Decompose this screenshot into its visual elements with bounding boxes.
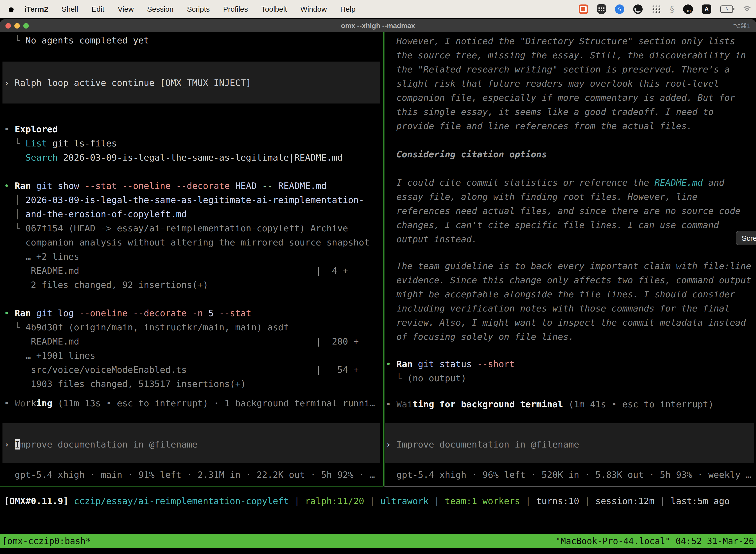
terminal-text-segment: I — [15, 439, 20, 449]
menu-item-session[interactable]: Session — [147, 5, 174, 13]
terminal-text-segment: • — [4, 124, 15, 134]
terminal-line: gpt-5.4 xhigh · main · 91% left · 2.31M … — [4, 467, 375, 482]
terminal-line: • Explored — [4, 122, 58, 136]
terminal-line: › Ralph loop active continue [OMX_TMUX_I… — [4, 76, 251, 90]
terminal-line: changes, I can't cite specific file line… — [386, 218, 719, 232]
terminal-text-segment: gpt-5.4 xhigh · main · 91% left · 2.31M … — [4, 469, 375, 480]
terminal-text-segment — [52, 398, 58, 408]
terminal-text-segment — [230, 181, 235, 191]
terminal-text-segment: mprove documentation in @filename — [20, 439, 197, 449]
dots-grid-menu-icon[interactable] — [651, 4, 661, 14]
pie-menu-icon[interactable] — [633, 4, 643, 14]
terminal-line: • Working (11m 13s • esc to interrupt) ·… — [4, 396, 375, 410]
terminal-text-segment: Wo — [15, 398, 25, 408]
terminal-text-segment: › — [4, 78, 15, 88]
terminal-line: … +2 lines — [4, 250, 79, 264]
menu-item-shell[interactable]: Shell — [62, 5, 78, 13]
terminal-text-segment: src/voice/voiceModeEnabled.ts | 54 + — [4, 365, 359, 375]
terminal-text-segment — [31, 308, 36, 318]
terminal-text-segment: show — [58, 181, 79, 191]
terminal-text-segment: git — [418, 359, 434, 369]
terminal-text-segment: └ — [4, 223, 25, 233]
terminal-line: the source tree, missing the essay. Stil… — [386, 48, 746, 62]
menu-item-edit[interactable]: Edit — [91, 5, 105, 13]
menu-item-iterm2[interactable]: iTerm2 — [24, 5, 48, 13]
terminal-text-segment: changes, I can't cite specific file line… — [386, 220, 719, 230]
terminal-line: this single essay, it seems like a good … — [386, 105, 713, 119]
terminal-text-segment: git ls-files — [47, 138, 117, 149]
window-hotkey-badge: ⌥⌘1 — [733, 19, 751, 32]
menu-item-window[interactable]: Window — [300, 5, 327, 13]
terminal-text-segment: │ — [4, 209, 25, 219]
battery-icon[interactable]: ϟ — [720, 5, 733, 13]
terminal-text-segment: turns:10 — [536, 496, 579, 506]
shield-grid-menu-icon[interactable] — [597, 4, 606, 14]
terminal-text-segment — [128, 308, 133, 318]
menu-items: ShellEditViewSessionScriptsProfilesToolb… — [62, 5, 356, 13]
tmux-session-label: [omx-cczip0:bash* — [2, 534, 91, 548]
menu-item-scripts[interactable]: Scripts — [187, 5, 210, 13]
terminal-text-segment: companion analysis without altering the … — [4, 237, 370, 247]
terminal-line: companion file, especially if more comme… — [386, 91, 735, 105]
terminal-line: [OMX#0.11.9] cczip/essay/ai-reimplementa… — [4, 494, 730, 508]
terminal-text-segment: (no output) — [407, 373, 466, 383]
terminal-text-segment: (1m 41s • esc to interrupt) — [568, 399, 713, 409]
terminal-text-segment: output instead. — [386, 234, 477, 244]
tmux-host-clock-label: "MacBook-Pro-44.local" 04:52 31-Mar-26 — [555, 534, 754, 548]
counter-badge-menu-icon[interactable]: ..61 — [683, 4, 693, 14]
terminal-text-segment: • — [386, 359, 396, 369]
terminal-text-segment: | — [579, 496, 595, 506]
terminal-text-segment: Considering citation options — [386, 149, 547, 159]
terminal-text-segment: evidence. Since this change only affects… — [386, 275, 751, 285]
terminal-text-segment: › — [4, 439, 15, 449]
terminal-line: 2 files changed, 92 insertions(+) — [4, 278, 208, 292]
screen-tooltip: Scre — [736, 231, 756, 245]
terminal-text-segment — [68, 496, 74, 506]
chat-app-menu-icon[interactable] — [579, 4, 588, 14]
terminal-text-segment: and — [703, 177, 724, 188]
terminal-text-segment: the source tree, missing the essay. Stil… — [386, 50, 746, 60]
terminal-text-segment: of focusing solely on file lines. — [386, 332, 574, 342]
terminal-text-segment: 067f154 (HEAD -> essay/ai-reimplementati… — [25, 223, 348, 233]
right-pane-bottom-border — [384, 486, 756, 487]
terminal-line: └ 067f154 (HEAD -> essay/ai-reimplementa… — [4, 221, 348, 235]
wifi-icon[interactable] — [742, 5, 752, 13]
pane-divider[interactable] — [383, 32, 384, 486]
terminal-text-segment: (11m 13s • esc to interrupt) · 1 backgro… — [58, 398, 375, 408]
apple-menu-icon[interactable] — [8, 6, 14, 12]
terminal-text-segment: --oneline — [79, 308, 128, 318]
terminal-line: output instead. — [386, 232, 477, 246]
terminal-text-segment — [413, 359, 418, 369]
terminal-text-segment: log — [58, 308, 74, 318]
terminal-text-segment: companion file, especially if more comme… — [386, 93, 735, 103]
terminal-text-segment: [OMX#0.11.9] — [4, 496, 68, 506]
terminal-line: • Ran git status --short — [386, 357, 515, 371]
terminal-text-segment — [52, 308, 58, 318]
terminal-text-segment: and-the-erosion-of-copyleft.md — [25, 209, 187, 219]
menu-item-view[interactable]: View — [118, 5, 134, 13]
menu-item-toolbelt[interactable]: Toolbelt — [261, 5, 287, 13]
left-pane-bottom-border — [0, 486, 383, 487]
terminal-text-segment: … +1901 lines — [4, 350, 95, 361]
terminal-text-segment — [79, 181, 85, 191]
terminal-text-segment: HEAD — [235, 181, 257, 191]
terminal-line: › Improve documentation in @filename — [4, 437, 197, 451]
terminal-text-segment: --decorate — [176, 181, 230, 191]
letter-a-menu-icon[interactable]: A — [702, 4, 711, 14]
menu-item-profiles[interactable]: Profiles — [223, 5, 248, 13]
terminal-line: gpt-5.4 xhigh · 96% left · 520K in · 5.8… — [386, 467, 751, 482]
terminal-text-segment: README.md | 4 + — [4, 266, 348, 276]
terminal-line: └ 4b9d30f (origin/main, instructkr/main,… — [4, 320, 289, 334]
terminal-text-segment — [563, 399, 568, 409]
squiggle-menu-icon[interactable]: § — [670, 4, 674, 14]
menu-item-help[interactable]: Help — [340, 5, 356, 13]
terminal-text-segment: the "Related research writing" section i… — [386, 64, 730, 74]
terminal-text-segment: Search — [25, 152, 58, 163]
lightning-badge-menu-icon[interactable]: ϟ — [615, 4, 624, 14]
terminal-text-segment: provide file and line references from th… — [386, 121, 692, 131]
terminal-text-segment: Ran — [15, 308, 31, 318]
terminal-text-segment: team:1 workers — [445, 496, 520, 506]
terminal-text-segment — [187, 308, 192, 318]
terminal-line: The team guideline is to back every impo… — [386, 259, 751, 273]
terminal-text-segment: Ralph loop active continue [OMX_TMUX_INJ… — [15, 78, 251, 88]
